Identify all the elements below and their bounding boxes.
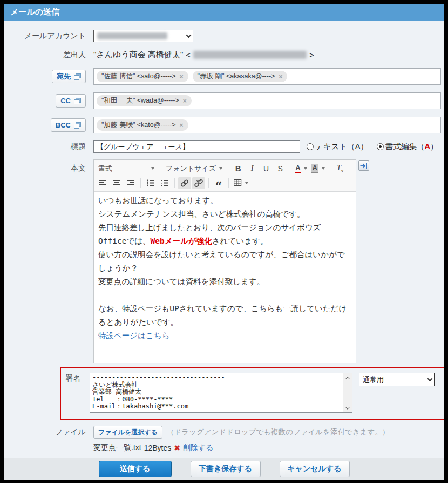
chevron-down-icon — [219, 167, 222, 170]
radio-rich-format[interactable] — [377, 143, 384, 150]
format-radio-group: テキスト（A） 書式編集（A） — [307, 142, 444, 152]
subject-label: 標題 — [71, 142, 86, 152]
expand-editor-button[interactable] — [358, 160, 369, 171]
delete-x-icon: ✖ — [174, 444, 180, 452]
blockquote-button[interactable]: “ — [212, 177, 225, 189]
remove-format-button[interactable]: Tx — [334, 163, 347, 175]
highlighted-text: Webメールが強化 — [151, 237, 212, 245]
signature-textarea[interactable]: ---------------------------------- さいど株式… — [90, 373, 352, 413]
signature-content: ---------------------------------- さいど株式… — [90, 373, 343, 412]
radio-text-format[interactable] — [307, 143, 314, 150]
remove-recipient-icon[interactable]: × — [279, 73, 282, 81]
account-row: メールアカウント — [4, 30, 444, 42]
insert-link-button[interactable] — [178, 177, 191, 189]
radio-rich-format-label[interactable]: 書式編集（A） — [385, 142, 438, 152]
cc-picker-label: CC — [60, 97, 71, 105]
page-title: メールの送信 — [10, 7, 59, 17]
redacted-from-email — [193, 51, 307, 59]
chevron-down-icon — [322, 167, 325, 170]
chevron-down-icon — [427, 376, 433, 381]
paragraph-format-label: 書式 — [98, 164, 112, 173]
cc-picker-button[interactable]: CC — [56, 94, 86, 108]
bold-button[interactable]: B — [232, 163, 245, 175]
arrow-right-to-bar-icon — [360, 163, 368, 169]
recipient-pill: "和田 一夫" <wada@-----> × — [97, 95, 192, 106]
rich-format-accesskey: A — [425, 142, 430, 151]
body-paragraph-blank — [98, 289, 351, 302]
italic-button[interactable]: I — [246, 163, 259, 175]
file-drop-hint: （ドラッグアンドドロップでも複数のファイルを添付できます。） — [167, 427, 389, 437]
body-paragraph: 使い方の説明会を設けたいと考えているのですが、ご都合はいかがでしょうか？ — [98, 248, 351, 275]
from-email-close-bracket: > — [309, 50, 314, 59]
cancel-button[interactable]: キャンセルする — [280, 461, 350, 477]
account-label: メールアカウント — [24, 31, 86, 41]
strikethrough-button[interactable]: S — [274, 163, 287, 175]
special-page-link[interactable]: 特設ページはこちら — [98, 331, 170, 340]
bcc-picker-button[interactable]: BCC — [51, 118, 86, 132]
to-picker-button[interactable]: 宛先 — [52, 70, 86, 83]
chevron-down-icon — [151, 167, 154, 170]
bcc-row: BCC "加藤 美咲" <kato@-----> × — [4, 117, 444, 133]
font-size-label: フォントサイズ — [166, 164, 216, 173]
radio-text-format-label[interactable]: テキスト（A） — [315, 142, 368, 152]
body-paragraph: 先日連絡差し上げましたとおり、次のバージョンのサイボウズ Officeでは、We… — [98, 221, 351, 248]
bcc-recipients-field[interactable]: "加藤 美咲" <kato@-----> × — [93, 117, 441, 133]
subject-row: 標題 テキスト（A） 書式編集（A） — [4, 140, 444, 153]
subject-input[interactable] — [93, 140, 300, 153]
numbered-list-button[interactable] — [158, 177, 171, 189]
scroll-up-icon[interactable] — [343, 373, 352, 383]
attachment-row: 変更点一覧.txt 12Bytes ✖ 削除する — [4, 439, 444, 453]
body-paragraph: システムメンテナンス担当、さいど株式会社の高橋です。 — [98, 207, 351, 221]
text-color-button[interactable]: A — [294, 163, 308, 175]
font-size-select[interactable]: フォントサイズ — [164, 163, 225, 175]
align-right-button[interactable] — [124, 177, 137, 189]
body-row: 本文 書式 フォントサイズ B — [4, 159, 444, 363]
scroll-down-icon[interactable] — [343, 403, 352, 412]
to-row: 宛先 "佐藤 博信" <sato@-----> × "赤坂 剛" <akasak… — [4, 68, 444, 85]
attachment-size: 12Bytes — [144, 444, 172, 452]
address-picker-icon — [74, 73, 81, 80]
window-frame: メールの送信 メールアカウント 差出人 "さんゆう商会 高橋健太" < > — [4, 4, 444, 480]
attachment-name: 変更点一覧.txt — [93, 443, 141, 453]
recipient-text: "和田 一夫" <wada@-----> — [101, 96, 179, 105]
chevron-down-icon — [186, 32, 192, 38]
signature-preset-select[interactable]: 通常用 — [359, 373, 435, 386]
title-bar: メールの送信 — [4, 4, 444, 21]
body-paragraph: いつもお世話になっております。 — [98, 194, 351, 207]
remove-recipient-icon[interactable]: × — [180, 73, 184, 81]
remove-link-button[interactable] — [192, 177, 205, 189]
file-row: ファイル ファイルを選択する （ドラッグアンドドロップでも複数のファイルを添付で… — [4, 426, 444, 439]
remove-recipient-icon[interactable]: × — [183, 97, 187, 105]
align-left-button[interactable] — [96, 177, 109, 189]
from-display-name: "さんゆう商会 高橋健太" — [93, 50, 183, 60]
align-center-button[interactable] — [110, 177, 123, 189]
redacted-account-value — [97, 32, 167, 39]
choose-file-button[interactable]: ファイルを選択する — [93, 426, 162, 439]
cc-recipients-field[interactable]: "和田 一夫" <wada@-----> × — [93, 92, 441, 109]
editor-body[interactable]: いつもお世話になっております。 システムメンテナンス担当、さいど株式会社の高橋で… — [94, 192, 356, 363]
send-button[interactable]: 送信する — [99, 461, 172, 477]
save-draft-button[interactable]: 下書き保存する — [191, 461, 261, 477]
background-color-button[interactable]: A — [310, 163, 327, 175]
bullet-list-button[interactable] — [144, 177, 157, 189]
signature-scrollbar[interactable] — [343, 373, 352, 412]
underline-button[interactable]: U — [260, 163, 273, 175]
signature-section-highlight: 署名 ---------------------------------- さい… — [60, 367, 444, 420]
chevron-down-icon — [245, 182, 248, 184]
editor-toolbar: 書式 フォントサイズ B I U S A — [94, 160, 356, 192]
from-email-open-bracket: < — [186, 50, 191, 59]
body-label: 本文 — [71, 164, 86, 173]
recipient-pill: "佐藤 博信" <sato@-----> × — [97, 71, 188, 82]
chevron-down-icon — [304, 167, 307, 170]
cc-row: CC "和田 一夫" <wada@-----> × — [4, 92, 444, 109]
from-row: 差出人 "さんゆう商会 高橋健太" < > — [4, 50, 444, 60]
paragraph-format-select[interactable]: 書式 — [96, 163, 157, 175]
rich-text-editor: 書式 フォントサイズ B I U S A — [93, 159, 356, 363]
address-picker-icon — [74, 122, 81, 129]
delete-attachment-link[interactable]: 削除する — [183, 443, 214, 453]
remove-recipient-icon[interactable]: × — [180, 122, 184, 129]
account-select[interactable] — [93, 30, 193, 42]
recipient-text: "赤坂 剛" <akasaka@----> — [198, 72, 275, 81]
insert-table-button[interactable] — [232, 177, 250, 189]
to-recipients-field[interactable]: "佐藤 博信" <sato@-----> × "赤坂 剛" <akasaka@-… — [93, 68, 441, 85]
